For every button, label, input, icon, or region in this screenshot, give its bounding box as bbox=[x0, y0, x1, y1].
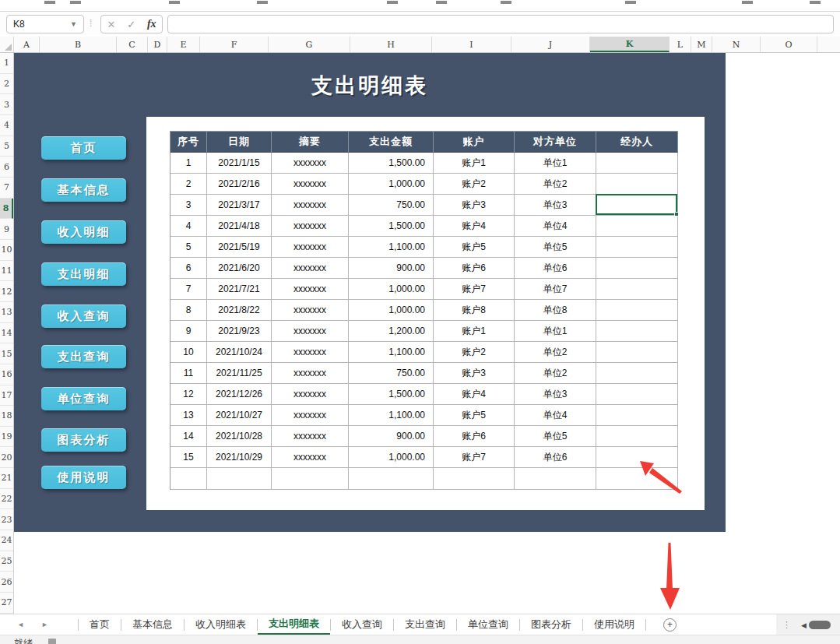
sheet-tab-7[interactable]: 单位查询 bbox=[457, 614, 519, 635]
add-sheet-button[interactable]: + bbox=[663, 618, 677, 632]
column-header-H[interactable]: H bbox=[350, 37, 432, 52]
sidebar-button-3[interactable]: 收入明细 bbox=[41, 220, 126, 244]
table-row-1-cell-1[interactable]: 1 bbox=[170, 153, 207, 174]
table-row-12-cell-7[interactable] bbox=[596, 384, 678, 405]
table-row-8-cell-3[interactable]: xxxxxxx bbox=[272, 300, 349, 321]
table-row-12-cell-2[interactable]: 2021/12/26 bbox=[207, 384, 272, 405]
table-empty-row-cell-1[interactable] bbox=[170, 468, 207, 490]
table-row-4-cell-3[interactable]: xxxxxxx bbox=[272, 216, 349, 237]
table-row-15-cell-4[interactable]: 1,000.00 bbox=[349, 447, 434, 468]
sidebar-button-4[interactable]: 支出明细 bbox=[41, 262, 126, 286]
sheet-tab-5[interactable]: 收入查询 bbox=[331, 614, 393, 635]
table-row-14-cell-6[interactable]: 单位5 bbox=[515, 426, 596, 447]
row-header-15[interactable]: 15 bbox=[0, 343, 13, 364]
macro-record-icon[interactable] bbox=[48, 639, 56, 644]
name-box[interactable]: K8 ▼ bbox=[6, 15, 84, 33]
table-row-7-cell-3[interactable]: xxxxxxx bbox=[272, 279, 349, 300]
table-row-2-cell-7[interactable] bbox=[596, 174, 678, 195]
table-row-13-cell-6[interactable]: 单位4 bbox=[515, 405, 596, 426]
row-header-13[interactable]: 13 bbox=[0, 302, 13, 323]
table-row-8-cell-7[interactable] bbox=[596, 300, 678, 321]
table-empty-row-cell-3[interactable] bbox=[272, 468, 349, 490]
row-header-19[interactable]: 19 bbox=[0, 427, 13, 448]
column-header-N[interactable]: N bbox=[712, 37, 761, 52]
worksheet-area[interactable]: 支出明细表 首页基本信息收入明细支出明细收入查询支出查询单位查询图表分析使用说明… bbox=[14, 53, 840, 614]
table-row-7-cell-5[interactable]: 账户7 bbox=[434, 279, 515, 300]
table-empty-row-cell-4[interactable] bbox=[349, 468, 434, 490]
horizontal-scrollbar-thumb[interactable] bbox=[809, 621, 831, 629]
table-row-9-cell-5[interactable]: 账户1 bbox=[434, 321, 515, 342]
table-row-14-cell-4[interactable]: 900.00 bbox=[349, 426, 434, 447]
table-row-8-cell-4[interactable]: 1,000.00 bbox=[349, 300, 434, 321]
table-row-8-cell-2[interactable]: 2021/8/22 bbox=[207, 300, 272, 321]
row-header-5[interactable]: 5 bbox=[0, 136, 13, 157]
table-row-9-cell-1[interactable]: 9 bbox=[170, 321, 207, 342]
table-row-4-cell-2[interactable]: 2021/4/18 bbox=[207, 216, 272, 237]
table-empty-row-cell-5[interactable] bbox=[434, 468, 515, 490]
table-row-7-cell-2[interactable]: 2021/7/21 bbox=[207, 279, 272, 300]
sheet-tab-8[interactable]: 图表分析 bbox=[520, 614, 582, 635]
table-row-2-cell-3[interactable]: xxxxxxx bbox=[272, 174, 349, 195]
table-row-14-cell-3[interactable]: xxxxxxx bbox=[272, 426, 349, 447]
table-row-11-cell-7[interactable] bbox=[596, 363, 678, 384]
row-header-3[interactable]: 3 bbox=[0, 94, 13, 115]
table-row-3-cell-1[interactable]: 3 bbox=[170, 195, 207, 216]
column-header-F[interactable]: F bbox=[200, 37, 269, 52]
confirm-icon[interactable]: ✓ bbox=[127, 19, 135, 30]
row-header-10[interactable]: 10 bbox=[0, 240, 13, 261]
row-header-9[interactable]: 9 bbox=[0, 219, 13, 240]
table-row-4-cell-4[interactable]: 1,500.00 bbox=[349, 216, 434, 237]
table-row-6-cell-2[interactable]: 2021/6/20 bbox=[207, 258, 272, 279]
column-header-M[interactable]: M bbox=[691, 37, 712, 52]
sheet-tab-9[interactable]: 使用说明 bbox=[583, 614, 645, 635]
table-row-5-cell-1[interactable]: 5 bbox=[170, 237, 207, 258]
column-header-K[interactable]: K bbox=[590, 37, 670, 52]
row-header-1[interactable]: 1 bbox=[0, 53, 13, 74]
table-header-row-cell-7[interactable]: 经办人 bbox=[596, 132, 678, 153]
table-row-15-cell-1[interactable]: 15 bbox=[170, 447, 207, 468]
column-header-I[interactable]: I bbox=[432, 37, 511, 52]
scroll-left-icon[interactable]: ◀ bbox=[801, 621, 807, 629]
table-row-11-cell-4[interactable]: 750.00 bbox=[349, 363, 434, 384]
table-row-5-cell-2[interactable]: 2021/5/19 bbox=[207, 237, 272, 258]
sheet-tab-6[interactable]: 支出查询 bbox=[394, 614, 456, 635]
table-row-2-cell-6[interactable]: 单位2 bbox=[515, 174, 596, 195]
table-row-7-cell-4[interactable]: 1,000.00 bbox=[349, 279, 434, 300]
table-header-row-cell-5[interactable]: 账户 bbox=[434, 132, 515, 153]
cancel-icon[interactable]: ✕ bbox=[107, 19, 115, 30]
table-row-7-cell-6[interactable]: 单位7 bbox=[515, 279, 596, 300]
row-header-24[interactable]: 24 bbox=[0, 530, 13, 551]
table-row-9-cell-4[interactable]: 1,200.00 bbox=[349, 321, 434, 342]
table-row-9-cell-3[interactable]: xxxxxxx bbox=[272, 321, 349, 342]
table-row-7-cell-7[interactable] bbox=[596, 279, 678, 300]
table-row-11-cell-2[interactable]: 2021/11/25 bbox=[207, 363, 272, 384]
column-header-G[interactable]: G bbox=[269, 37, 350, 52]
table-row-1-cell-4[interactable]: 1,500.00 bbox=[349, 153, 434, 174]
table-row-5-cell-6[interactable]: 单位5 bbox=[515, 237, 596, 258]
formula-bar-handle[interactable]: ⁞ bbox=[90, 18, 91, 29]
row-header-23[interactable]: 23 bbox=[0, 509, 13, 530]
table-row-12-cell-4[interactable]: 1,500.00 bbox=[349, 384, 434, 405]
row-header-25[interactable]: 25 bbox=[0, 551, 13, 572]
formula-input[interactable] bbox=[167, 15, 834, 33]
table-row-12-cell-1[interactable]: 12 bbox=[170, 384, 207, 405]
row-header-8[interactable]: 8 bbox=[0, 199, 13, 220]
table-header-row-cell-4[interactable]: 支出金额 bbox=[349, 132, 434, 153]
row-header-22[interactable]: 22 bbox=[0, 489, 13, 510]
sheet-tab-4-active[interactable]: 支出明细表 bbox=[258, 614, 330, 635]
table-row-4-cell-1[interactable]: 4 bbox=[170, 216, 207, 237]
row-header-2[interactable]: 2 bbox=[0, 74, 13, 95]
table-row-6-cell-7[interactable] bbox=[596, 258, 678, 279]
column-header-B[interactable]: B bbox=[40, 37, 117, 52]
table-row-11-cell-3[interactable]: xxxxxxx bbox=[272, 363, 349, 384]
table-row-11-cell-1[interactable]: 11 bbox=[170, 363, 207, 384]
table-row-13-cell-5[interactable]: 账户5 bbox=[434, 405, 515, 426]
table-empty-row-cell-6[interactable] bbox=[515, 468, 596, 490]
table-header-row-cell-6[interactable]: 对方单位 bbox=[515, 132, 596, 153]
table-row-10-cell-5[interactable]: 账户2 bbox=[434, 342, 515, 363]
table-row-5-cell-7[interactable] bbox=[596, 237, 678, 258]
table-row-4-cell-6[interactable]: 单位4 bbox=[515, 216, 596, 237]
select-all-corner[interactable] bbox=[0, 37, 14, 52]
table-row-8-cell-1[interactable]: 8 bbox=[170, 300, 207, 321]
sidebar-button-7[interactable]: 单位查询 bbox=[41, 387, 126, 410]
